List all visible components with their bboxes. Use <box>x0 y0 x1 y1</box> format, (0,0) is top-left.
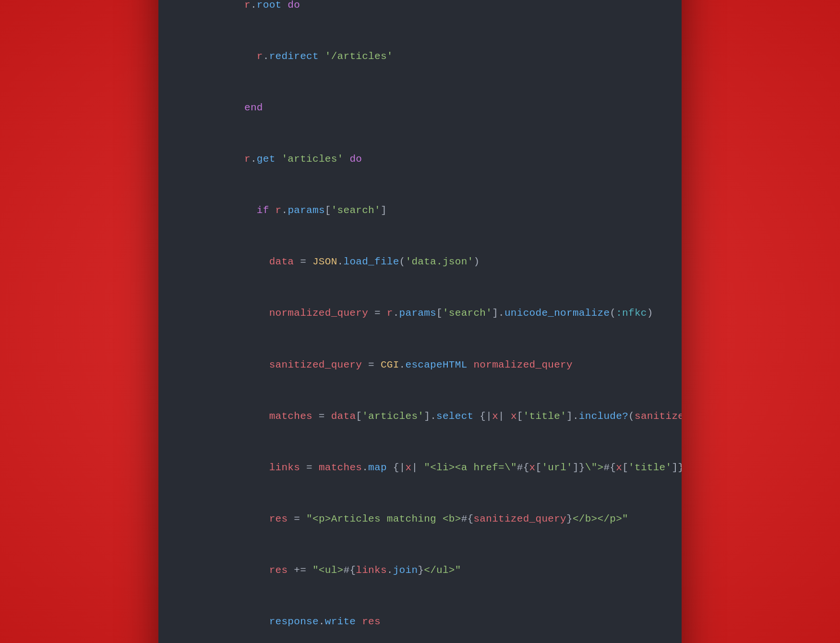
code-line-8: r.redirect '/articles' <box>182 31 658 82</box>
code-line-11: if r.params['search'] <box>182 185 658 237</box>
code-line-14: sanitized_query = CGI.escapeHTML normali… <box>182 339 658 391</box>
code-line-7: r.root do <box>182 0 658 31</box>
code-line-18: res += "<ul>#{links.join}</ul>" <box>182 545 658 596</box>
code-line-10: r.get 'articles' do <box>182 134 658 185</box>
code-line-17: res = "<p>Articles matching <b>#{sanitiz… <box>182 493 658 545</box>
code-line-9: end <box>182 83 658 134</box>
code-line-13: normalized_query = r.params['search'].un… <box>182 288 658 339</box>
code-line-19: response.write res <box>182 596 658 643</box>
code-line-12: data = JSON.load_file('data.json') <box>182 237 658 288</box>
code-window: a require 'roda' require 'cgi' require '… <box>158 0 682 643</box>
code-editor: require 'roda' require 'cgi' require 'js… <box>158 0 682 643</box>
code-line-16: links = matches.map {|x| "<li><a href=\"… <box>182 442 658 493</box>
code-line-15: matches = data['articles'].select {|x| x… <box>182 391 658 442</box>
